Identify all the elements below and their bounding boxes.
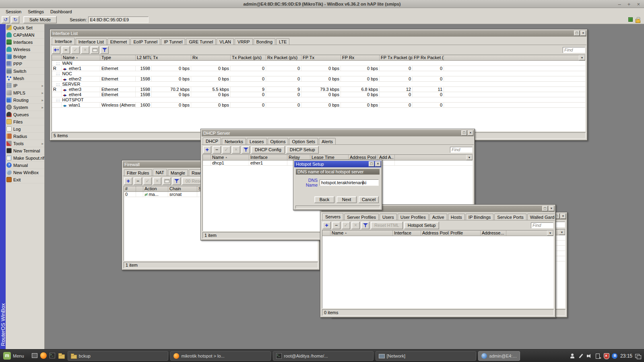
interface-row-ether1[interactable]: R◀▶ether1Ethernet15980 bps0 bps000 bps0 … [52, 66, 585, 71]
add-button[interactable]: + [203, 146, 211, 154]
undo-button[interactable]: ↺ [2, 16, 10, 23]
minimize-icon[interactable]: □ [369, 161, 374, 167]
tab-servers[interactable]: Servers [322, 213, 343, 220]
sidebar-item-switch[interactable]: Switch [6, 68, 44, 75]
column-header-fp-rx[interactable]: FP Rx [341, 55, 380, 60]
column-chooser-button[interactable]: ▼ [466, 155, 473, 160]
sidebar-item-exit[interactable]: Exit [6, 176, 44, 183]
dhcp-server-titlebar[interactable]: DHCP Server □ × [202, 130, 474, 136]
column-header-action[interactable]: Action [143, 186, 168, 191]
add-button[interactable]: + [322, 222, 331, 229]
taskbar-button-root-aiditya-home[interactable]: root@Aiditya /home/... [273, 351, 374, 361]
disable-button[interactable]: × [351, 222, 360, 229]
add-button[interactable]: + [124, 177, 132, 185]
menu-button[interactable]: Menu [2, 351, 28, 361]
column-header-rx[interactable]: Rx [191, 55, 231, 60]
menu-item-settings[interactable]: Settings [25, 9, 47, 14]
sidebar-item-ip[interactable]: IP▸ [6, 82, 44, 89]
enable-button[interactable]: ✓ [71, 46, 80, 54]
column-header-fp-rx-packet-p-s[interactable]: FP Rx Packet (p/s) [413, 55, 444, 60]
tab-vrrp[interactable]: VRRP [235, 38, 253, 45]
comment-button[interactable] [163, 177, 171, 185]
sidebar-item-queues[interactable]: Queues [6, 111, 44, 118]
maximize-icon[interactable]: □ [574, 31, 580, 36]
comment-button[interactable] [91, 46, 99, 54]
column-header-profile[interactable]: Profile [449, 230, 481, 236]
terminal-icon[interactable] [49, 352, 56, 359]
tab-service-ports[interactable]: Service Ports [494, 214, 526, 220]
sidebar-item-system[interactable]: System▸ [6, 104, 44, 111]
hotspot-setup-titlebar[interactable]: Hotspot Setup □ × [294, 161, 381, 167]
clock[interactable]: 23:15 [620, 353, 632, 359]
tab-hosts[interactable]: Hosts [448, 214, 465, 220]
menu-item-dashboard[interactable]: Dashboard [47, 9, 75, 14]
column-header-tx[interactable]: Tx [152, 55, 191, 60]
interface-comment-row[interactable]: ;;;NOC [52, 71, 585, 76]
clipboard-icon[interactable] [595, 353, 601, 359]
remove-button[interactable]: − [62, 46, 70, 54]
column-chooser-button[interactable]: ▼ [547, 230, 553, 236]
interface-row-ether3[interactable]: R◀▶ether3Ethernet159870.2 kbps5.5 kbps99… [52, 87, 585, 92]
sidebar-item-new-winbox[interactable]: New WinBox [6, 169, 44, 176]
tab-option-sets[interactable]: Option Sets [289, 138, 318, 144]
volume-icon[interactable] [586, 353, 592, 359]
tab-mangle[interactable]: Mangle [168, 169, 188, 176]
session-field[interactable] [88, 16, 149, 23]
filter-button[interactable] [242, 146, 250, 154]
maximize-icon[interactable]: □ [461, 130, 467, 136]
dhcp-setup-button[interactable]: DHCP Setup [286, 146, 319, 154]
column-chooser-button[interactable]: ▼ [559, 230, 565, 235]
remove-button[interactable]: − [134, 177, 142, 185]
close-icon[interactable]: × [560, 214, 566, 219]
shield-alert-icon[interactable] [603, 353, 609, 359]
column-header-fp-tx-packet-p-s[interactable]: FP Tx Packet (p/s) [380, 55, 413, 60]
tab-alerts[interactable]: Alerts [319, 138, 336, 144]
tab-bonding[interactable]: Bonding [254, 38, 275, 45]
sidebar-item-capsman[interactable]: CAPsMAN [6, 31, 44, 39]
filter-button[interactable] [100, 46, 109, 54]
firefox-icon[interactable] [40, 352, 47, 359]
tab-eoip-tunnel[interactable]: EoIP Tunnel [130, 38, 160, 45]
next-button[interactable]: Next [336, 196, 357, 203]
taskbar-button-admin-e4-8d-8c-95[interactable]: admin@E4:8D:8C:95... [478, 351, 520, 361]
find-input[interactable] [450, 147, 473, 153]
sidebar-item-manual[interactable]: Manual [6, 162, 44, 169]
tab-interface[interactable]: Interface [52, 38, 75, 45]
column-header-tx-packet-p-s[interactable]: Tx Packet (p/s) [231, 55, 266, 60]
sidebar-item-quick-set[interactable]: Quick Set [6, 24, 44, 31]
sidebar-item-radius[interactable]: Radius [6, 133, 44, 140]
tab-lte[interactable]: LTE [276, 38, 289, 45]
interface-comment-row[interactable]: ;;;SERVER [52, 82, 585, 87]
column-header-chain[interactable]: Chain [168, 186, 197, 191]
tab-filter-rules[interactable]: Filter Rules [124, 169, 152, 176]
close-icon[interactable]: × [549, 206, 554, 211]
dns-name-input[interactable]: hotspot.terakhirtenanki [320, 179, 379, 186]
filter-button[interactable] [361, 222, 369, 229]
column-header-blank[interactable] [136, 186, 143, 191]
remove-button[interactable]: − [213, 146, 221, 154]
user-icon[interactable] [570, 353, 575, 359]
bluetooth-icon[interactable] [612, 353, 617, 359]
sidebar-item-interfaces[interactable]: Interfaces [6, 39, 44, 46]
tab-nat[interactable]: NAT [153, 169, 167, 176]
taskbar-button-network[interactable]: [Network] [376, 351, 476, 361]
enable-button[interactable]: ✓ [143, 177, 152, 185]
reset-html-button[interactable]: Reset HTML [371, 222, 403, 229]
sidebar-item-new-terminal[interactable]: New Terminal [6, 147, 44, 154]
tab-users[interactable]: Users [380, 214, 397, 220]
disable-button[interactable]: × [81, 46, 89, 54]
close-icon[interactable]: × [637, 1, 640, 7]
filter-button[interactable] [172, 177, 181, 185]
tab-ip-tunnel[interactable]: IP Tunnel [161, 38, 185, 45]
back-button[interactable]: Back [314, 196, 334, 203]
cancel-button[interactable]: Cancel [359, 196, 379, 203]
show-desktop-icon[interactable] [31, 352, 38, 359]
dhcp-config-button[interactable]: DHCP Config [251, 146, 285, 154]
sidebar-item-files[interactable]: Files [6, 118, 44, 125]
column-header-flags[interactable] [322, 230, 330, 236]
sidebar-item-log[interactable]: Log [6, 125, 44, 133]
taskbar-button-bckup[interactable]: bckup [68, 351, 168, 361]
add-button[interactable]: +▾ [52, 46, 60, 54]
tab-gre-tunnel[interactable]: GRE Tunnel [186, 38, 216, 45]
tab-leases[interactable]: Leases [247, 138, 266, 144]
